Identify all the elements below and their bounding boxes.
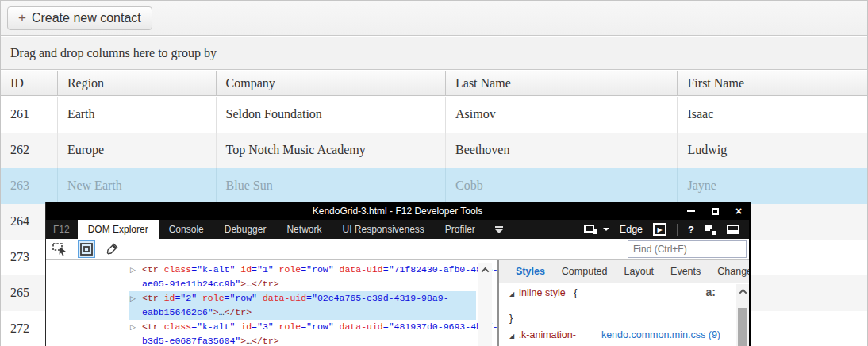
- table-cell: Isaac: [678, 97, 867, 133]
- collapse-triangle-icon[interactable]: ◢: [509, 290, 514, 298]
- dom-tree-scrollbar[interactable]: [478, 263, 492, 346]
- code-token: ="3": [252, 321, 274, 332]
- table-cell: Jayne: [678, 168, 867, 204]
- styles-tab-bar: StylesComputedLayoutEventsChanges: [499, 260, 749, 283]
- tab-network[interactable]: Network: [276, 220, 332, 239]
- find-input[interactable]: [628, 240, 747, 258]
- column-header-id[interactable]: ID: [1, 71, 58, 96]
- table-cell: New Earth: [58, 168, 217, 204]
- styles-tab-layout[interactable]: Layout: [624, 266, 655, 277]
- code-token: [159, 264, 164, 275]
- dom-tree-node-wrap[interactable]: ae05-91e11b24cc9b">…</tr>: [129, 277, 476, 291]
- column-header-company[interactable]: Company: [217, 71, 446, 96]
- devtools-window-title: KendoGrid-3.html - F12 Developer Tools: [46, 206, 749, 217]
- group-hint-text: Drag and drop columns here to group by: [10, 46, 217, 60]
- element-highlighting-icon[interactable]: [78, 240, 95, 258]
- minimize-button[interactable]: [686, 205, 697, 217]
- dom-tree-node-wrap[interactable]: eabb156462c6">…</tr>: [129, 306, 476, 320]
- table-cell: Ludwig: [678, 133, 867, 168]
- table-cell: 262: [1, 133, 58, 168]
- styles-tab-styles[interactable]: Styles: [516, 266, 545, 277]
- table-cell: 263: [1, 168, 58, 204]
- close-brace: }: [509, 313, 513, 324]
- table-cell: 261: [1, 97, 58, 133]
- dom-tree-node-wrap[interactable]: b3d5-e0687fa35604">…</tr>: [129, 334, 476, 346]
- column-header-last-name[interactable]: Last Name: [446, 71, 678, 96]
- dom-tree-node[interactable]: ▷<tr class="k-alt" id="3" role="row" dat…: [129, 320, 476, 334]
- collapse-triangle-icon[interactable]: ◢: [509, 333, 514, 340]
- unpin-window-icon[interactable]: [705, 225, 716, 235]
- code-token: </tr>: [252, 336, 279, 346]
- scroll-up-icon[interactable]: [736, 284, 749, 298]
- code-token: [159, 293, 164, 303]
- code-token: [334, 264, 340, 275]
- table-row[interactable]: 262EuropeTop Notch Music AcademyBeethove…: [1, 133, 867, 168]
- create-new-contact-button[interactable]: + Create new contact: [7, 6, 152, 30]
- code-token: <tr: [142, 321, 159, 332]
- table-cell: Seldon Foundation: [217, 97, 446, 133]
- styles-tab-events[interactable]: Events: [670, 266, 701, 277]
- dom-tree-pane: ▷<tr class="k-alt" id="1" role="row" dat…: [46, 260, 497, 346]
- grid-toolbar: + Create new contact: [1, 1, 867, 36]
- dock-to-bottom-icon[interactable]: [727, 225, 739, 234]
- css-file-link[interactable]: kendo.common.min.css: [601, 329, 705, 340]
- dom-explorer-toolbar: [46, 239, 749, 260]
- browser-mode-label[interactable]: Edge: [620, 224, 643, 235]
- tab-profiler[interactable]: Profiler: [435, 220, 486, 239]
- more-tools-chevron-icon[interactable]: [486, 220, 513, 239]
- dom-tree-node[interactable]: ▷<tr class="k-alt" id="1" role="row" dat…: [129, 263, 476, 277]
- screen: + Create new contact Drag and drop colum…: [0, 0, 868, 346]
- pseudo-state-button[interactable]: a:: [706, 286, 716, 298]
- devtools-title-bar[interactable]: KendoGrid-3.html - F12 Developer Tools ×: [46, 202, 749, 220]
- css-selector[interactable]: .k-animation-: [519, 329, 576, 340]
- code-token: ="row": [301, 321, 333, 332]
- expand-arrow-icon[interactable]: ▷: [130, 263, 142, 277]
- table-cell: Beethoven: [446, 133, 678, 168]
- styles-tab-changes[interactable]: Changes: [717, 266, 749, 277]
- code-token: ae05-91e11b24cc9b": [142, 279, 240, 289]
- code-token: </tr>: [252, 279, 279, 289]
- open-console-icon[interactable]: ▶: [653, 223, 666, 236]
- tab-console[interactable]: Console: [159, 220, 214, 239]
- table-row[interactable]: 261EarthSeldon FoundationAsimovIsaac: [1, 97, 867, 133]
- window-controls: ×: [686, 202, 744, 220]
- code-token: <tr: [142, 264, 159, 275]
- dom-tree: ▷<tr class="k-alt" id="1" role="row" dat…: [46, 260, 497, 346]
- code-token: …: [246, 279, 252, 289]
- column-header-first-name[interactable]: First Name: [678, 71, 867, 96]
- maximize-button[interactable]: [709, 205, 720, 217]
- table-cell: Blue Sun: [217, 168, 446, 204]
- inline-style-rule-label[interactable]: Inline style: [519, 287, 566, 298]
- code-token: eabb156462c6": [142, 307, 213, 317]
- group-drop-zone[interactable]: Drag and drop columns here to group by: [1, 37, 867, 70]
- styles-tab-computed[interactable]: Computed: [562, 266, 608, 277]
- code-token: id: [164, 293, 175, 303]
- code-token: data-uid: [340, 321, 383, 332]
- expand-arrow-icon[interactable]: ▷: [130, 291, 142, 306]
- table-cell: Asimov: [446, 97, 678, 133]
- help-icon[interactable]: ?: [688, 224, 694, 236]
- expand-arrow-icon[interactable]: ▷: [130, 320, 142, 334]
- tab-ui-responsiveness[interactable]: UI Responsiveness: [332, 220, 434, 239]
- color-picker-icon[interactable]: [106, 243, 118, 256]
- tab-dom-explorer[interactable]: DOM Explorer: [78, 220, 159, 239]
- code-token: [257, 293, 263, 303]
- select-element-icon[interactable]: [52, 243, 67, 256]
- code-token: ="k-alt": [191, 264, 235, 275]
- code-token: [159, 321, 164, 332]
- scroll-up-icon[interactable]: [478, 263, 492, 277]
- table-cell: Earth: [58, 97, 217, 133]
- devtools-body: ▷<tr class="k-alt" id="1" role="row" dat…: [46, 260, 749, 346]
- device-emulation-icon[interactable]: [584, 225, 597, 235]
- tab-debugger[interactable]: Debugger: [214, 220, 277, 239]
- code-token: b3d5-e0687fa35604": [142, 336, 240, 346]
- dom-tree-node[interactable]: ▷<tr id="2" role="row" data-uid="02c4a76…: [129, 291, 476, 306]
- scrollbar-thumb[interactable]: [738, 308, 747, 346]
- column-header-region[interactable]: Region: [58, 71, 217, 96]
- table-row[interactable]: 263New EarthBlue SunCobbJayne: [1, 168, 867, 204]
- styles-scrollbar[interactable]: [736, 284, 749, 346]
- code-token: role: [202, 293, 225, 303]
- code-token: [197, 293, 202, 303]
- close-button[interactable]: ×: [733, 205, 744, 217]
- emulation-dropdown-caret-icon[interactable]: [603, 228, 609, 231]
